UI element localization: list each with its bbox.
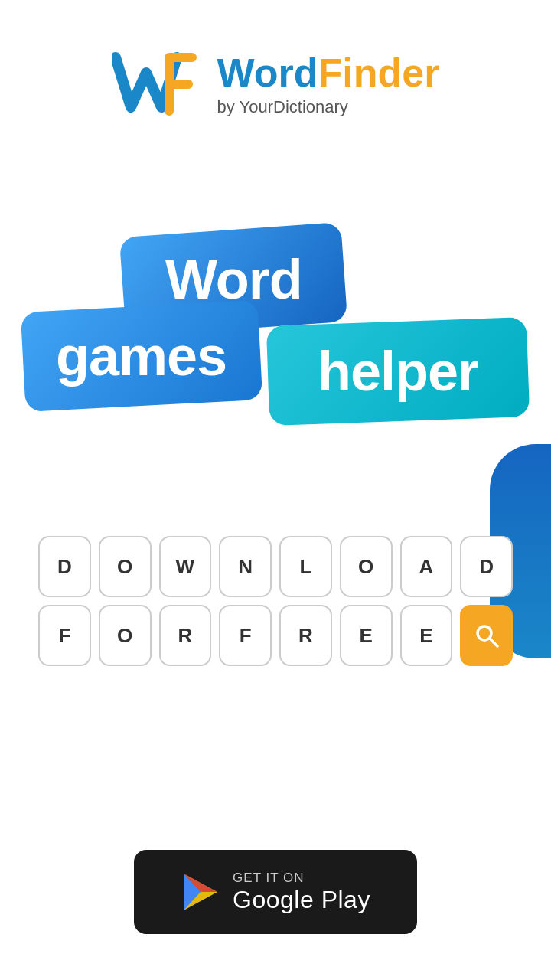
keyboard-key[interactable]: F <box>38 605 91 666</box>
brand-subtitle: by YourDictionary <box>217 97 348 117</box>
keyboard-key[interactable]: N <box>219 536 272 597</box>
wf-logo-icon <box>112 46 204 122</box>
keyboard-key[interactable]: R <box>279 605 332 666</box>
hero-tile-games: games <box>21 300 262 412</box>
play-store-name: Google Play <box>233 886 370 914</box>
google-play-badge[interactable]: GET IT ON Google Play <box>134 850 417 934</box>
keyboard-key[interactable]: O <box>99 605 152 666</box>
keyboard-key[interactable]: E <box>400 605 453 666</box>
hero-graphic: Word games helper <box>15 222 536 467</box>
keyboard-key[interactable]: R <box>159 605 212 666</box>
logo-text: WordFinder by YourDictionary <box>217 51 440 116</box>
keyboard-row-2: FORFREE <box>38 605 513 666</box>
svg-line-1 <box>490 639 497 646</box>
keyboard-area: DOWNLOAD FORFREE <box>38 536 513 674</box>
keyboard-key[interactable]: A <box>400 536 453 597</box>
search-key[interactable] <box>460 605 513 666</box>
search-icon <box>473 622 500 649</box>
keyboard-key[interactable]: D <box>460 536 513 597</box>
brand-name: WordFinder <box>217 51 440 95</box>
keyboard-key[interactable]: E <box>340 605 393 666</box>
keyboard-key[interactable]: W <box>159 536 212 597</box>
keyboard-key[interactable]: F <box>219 605 272 666</box>
keyboard-key[interactable]: D <box>38 536 91 597</box>
play-get-it-label: GET IT ON <box>233 871 370 886</box>
play-store-icon <box>181 872 220 912</box>
keyboard-key[interactable]: O <box>99 536 152 597</box>
logo-area: WordFinder by YourDictionary <box>0 46 551 122</box>
keyboard-row-1: DOWNLOAD <box>38 536 513 597</box>
play-badge-text: GET IT ON Google Play <box>233 871 370 914</box>
keyboard-key[interactable]: L <box>279 536 332 597</box>
hero-tile-helper: helper <box>266 317 530 426</box>
keyboard-key[interactable]: O <box>340 536 393 597</box>
